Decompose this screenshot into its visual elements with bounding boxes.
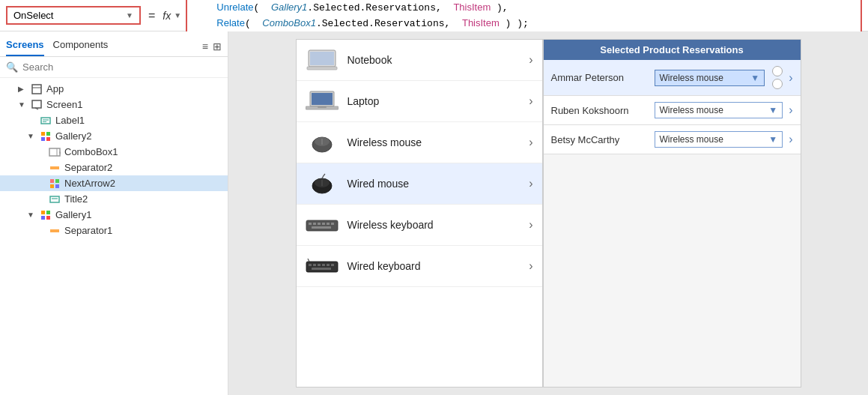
event-dropdown[interactable]: OnSelect ▼ [6,6,141,25]
list-item[interactable]: Wired keyboard › [297,246,542,287]
circles-container [772,66,783,89]
tree-item-gallery1[interactable]: ▼ Gallery1 [0,207,228,223]
tree-item-gallery2[interactable]: ▼ Gallery2 [0,128,228,144]
app-icon [30,84,43,94]
chevron-right-icon: › [529,94,532,108]
circle-top-icon[interactable] [772,66,783,76]
svg-rect-41 [313,223,316,225]
chevron-right-icon: › [529,218,532,232]
reservation-dropdown[interactable]: Wireless mouse ▼ [655,131,783,148]
fx-chevron-icon: ▼ [174,11,181,19]
reservation-row[interactable]: Ruben Kokshoorn Wireless mouse ▼ › [544,96,801,125]
tree-label-gallery2: Gallery2 [55,130,91,142]
notebook-image [306,47,339,73]
arrow-icon: ▶ [18,85,25,93]
product-name: Wireless keyboard [347,219,521,231]
arrow-icon: ▼ [27,132,34,140]
list-item[interactable]: Wireless mouse › [297,122,542,163]
reservation-row[interactable]: Ammar Peterson Wireless mouse ▼ › [544,60,801,96]
svg-rect-14 [50,166,59,169]
dropdown-chevron-icon: ▼ [768,105,777,115]
fx-area: fx ▼ [163,10,181,22]
tab-components[interactable]: Components [53,36,109,56]
svg-rect-16 [55,179,59,183]
svg-text:▼: ▼ [58,151,61,155]
reservations-panel: Selected Product Reservations Ammar Pete… [543,39,801,388]
svg-rect-51 [322,264,325,266]
wired-keyboard-image [306,253,339,279]
svg-rect-53 [331,264,334,266]
tree-item-title2[interactable]: ▶ Title2 [0,191,228,207]
svg-rect-46 [312,226,331,229]
formula-line-3: Relate( ComboBox1.Selected.Reservations,… [193,16,855,31]
tree-item-nextarrow2[interactable]: ▶ NextArrow2 [0,175,228,191]
dropdown-value: Wireless mouse [660,105,723,115]
event-label: OnSelect [13,10,53,21]
reservation-name: Betsy McCarthy [551,134,649,145]
tree-label-title2: Title2 [64,193,88,205]
svg-rect-9 [41,137,45,141]
svg-rect-24 [46,216,50,220]
svg-rect-22 [46,211,50,214]
laptop-image [306,88,339,114]
reservation-row[interactable]: Betsy McCarthy Wireless mouse ▼ › [544,125,801,154]
tree-item-combobox1[interactable]: ▶ ▼ ComboBox1 [0,144,228,160]
dropdown-value: Wireless mouse [660,73,723,83]
tree-item-separator2[interactable]: ▶ Separator2 [0,160,228,175]
list-item[interactable]: Laptop › [297,81,542,122]
svg-rect-0 [32,85,41,94]
dropdown-value: Wireless mouse [660,134,723,145]
svg-rect-17 [50,184,54,188]
svg-rect-44 [327,223,330,225]
left-panel: Screens Components ≡ ⊞ 🔍 ▶ App ▼ [0,31,228,395]
chevron-right-icon: › [529,177,532,190]
dropdown-chevron-icon: ▼ [750,73,759,83]
svg-rect-27 [310,52,334,65]
list-view-icon[interactable]: ≡ [202,40,208,52]
svg-rect-32 [318,106,327,108]
tree-item-separator1[interactable]: ▶ Separator1 [0,223,228,238]
main-layout: Screens Components ≡ ⊞ 🔍 ▶ App ▼ [0,31,868,395]
tab-screens[interactable]: Screens [6,36,44,56]
app-preview: Notebook › Laptop › [296,39,801,388]
product-name: Wired mouse [347,178,521,190]
list-item[interactable]: Notebook › [297,40,542,81]
chevron-right-icon: › [529,136,532,149]
separator1-icon [48,226,61,236]
grid-view-icon[interactable]: ⊞ [213,40,222,52]
svg-rect-39 [306,220,338,231]
svg-rect-2 [32,100,41,108]
title2-icon [48,194,61,205]
combobox-icon: ▼ [48,147,61,157]
list-item[interactable]: Wired mouse › [297,163,542,205]
label-icon [39,115,52,126]
reservation-arrow-icon[interactable]: › [789,103,792,117]
svg-rect-40 [309,223,312,225]
product-name: Laptop [347,95,521,107]
svg-rect-21 [41,211,45,214]
tree-label-label1: Label1 [55,115,85,126]
event-chevron-icon: ▼ [126,11,133,19]
reservations-header: Selected Product Reservations [544,40,801,60]
component-tree: ▶ App ▼ Screen1 ▶ Label1 [0,78,228,395]
svg-rect-30 [312,93,333,105]
reservation-arrow-icon[interactable]: › [789,133,792,146]
reservation-dropdown[interactable]: Wireless mouse ▼ [655,102,783,118]
list-item[interactable]: Wireless keyboard › [297,205,542,246]
wireless-keyboard-image [306,212,339,238]
product-list: Notebook › Laptop › [296,39,543,388]
svg-rect-42 [318,223,321,225]
panel-tabs: Screens Components ≡ ⊞ [0,31,228,57]
chevron-right-icon: › [529,259,532,273]
formula-line-2: Unrelate( Gallery1.Selected.Reservations… [193,0,855,16]
search-input[interactable] [22,61,222,73]
wireless-mouse-image [306,130,339,155]
reservation-dropdown[interactable]: Wireless mouse ▼ [655,70,765,86]
tree-item-label1[interactable]: ▶ Label1 [0,112,228,128]
reservation-arrow-icon[interactable]: › [789,71,792,85]
circle-bottom-icon[interactable] [772,79,783,89]
tree-item-app[interactable]: ▶ App [0,81,228,97]
tree-item-screen1[interactable]: ▼ Screen1 [0,97,228,112]
svg-rect-43 [322,223,325,225]
arrow-icon: ▼ [18,100,25,109]
